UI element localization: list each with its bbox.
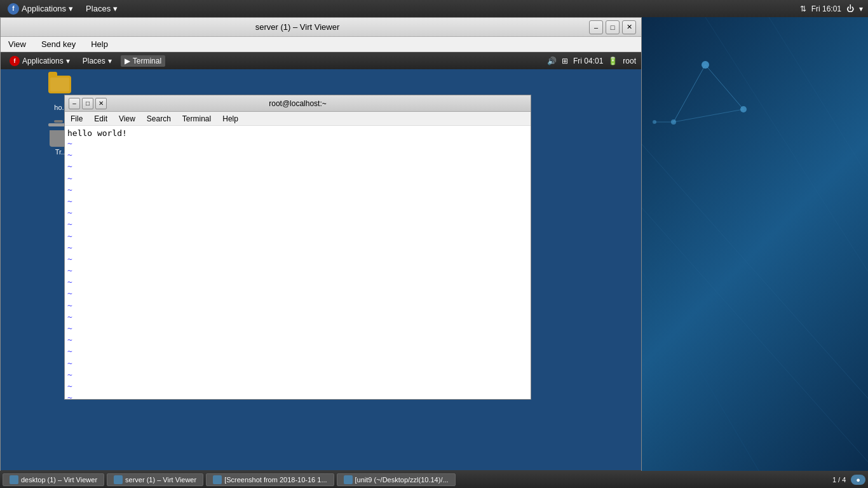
close-button[interactable]: ✕ [622,20,636,34]
maximize-button[interactable]: □ [606,20,620,34]
vm-battery-icon: 🔋 [608,57,618,65]
vm-desktop: ho... Tr... – □ [1,69,641,470]
vm-display-icon: ⊞ [562,57,568,65]
terminal-close[interactable]: ✕ [95,98,107,109]
svg-line-4 [705,65,743,109]
host-taskbar-left: f Applications ▾ Places ▾ [0,2,123,16]
host-bottom-items: desktop (1) – Virt Viewer server (1) – V… [3,473,456,486]
fedora-icon: f [8,3,19,15]
terminal-wm-buttons: – □ ✕ [69,98,107,109]
svg-line-10 [705,17,868,271]
screenshot-icon [213,475,222,484]
virt-viewer-title: server (1) – Virt Viewer [6,22,589,32]
terminal-icon: ▶ [125,57,130,65]
terminal-minimize[interactable]: – [69,98,80,109]
vm-places-menu[interactable]: Places ▾ [79,55,116,67]
right-panel [642,17,868,488]
vm-taskbar-top: f Applications ▾ Places ▾ ▶ Terminal 🔊 ⊞… [1,52,641,69]
host-taskbar-item-desktop-viewer[interactable]: desktop (1) – Virt Viewer [3,473,104,486]
unit9-label: [unit9 (~/Desktop/zzl(10.14)/... [355,476,449,484]
host-applications-label: Applications [22,4,66,13]
virt-viewer-window: server (1) – Virt Viewer – □ ✕ View Send… [0,17,642,488]
settings-icon: ▾ [859,4,863,13]
vm-fedora-icon: f [10,56,20,66]
virt-viewer-titlebar: server (1) – Virt Viewer – □ ✕ [1,18,641,37]
server-viewer-icon [114,475,123,484]
vm-taskbar-right: 🔊 ⊞ Fri 04:01 🔋 root [547,57,636,65]
host-taskbar-right: ⇅ Fri 16:01 ⏻ ▾ [800,4,868,13]
vm-terminal-label: Terminal [133,57,161,65]
vm-time: Fri 04:01 [573,57,603,65]
svg-line-9 [642,208,868,462]
places-arrow-icon: ▾ [113,4,118,13]
applications-arrow-icon: ▾ [69,4,73,13]
terminal-title: root@localhost:~ [107,99,489,108]
terminal-menu-file[interactable]: File [69,114,85,124]
svg-line-12 [642,271,769,488]
network-icon: ⇅ [800,4,806,13]
vm-sound-icon: 🔊 [547,57,557,65]
terminal-menu-edit[interactable]: Edit [92,114,109,124]
server-viewer-label: server (1) – Virt Viewer [125,476,196,484]
vm-area: f Applications ▾ Places ▾ ▶ Terminal 🔊 ⊞… [1,52,641,487]
desktop-viewer-label: desktop (1) – Virt Viewer [21,476,97,484]
host-pager-button[interactable]: ● [851,475,865,485]
svg-line-7 [674,109,743,122]
tilde-lines: ~ ~ ~ ~ ~ ~ ~ ~ ~ ~ ~ ~ ~ ~ ~ [67,138,528,399]
terminal-maximize[interactable]: □ [82,98,93,109]
vm-applications-label: Applications [22,57,64,65]
terminal-window: – □ ✕ root@localhost:~ File Edit View Se… [64,95,531,400]
desktop-viewer-icon [10,475,18,484]
vm-user-label: root [623,57,636,65]
vm-taskbar-left: f Applications ▾ Places ▾ ▶ Terminal [6,55,165,67]
menu-view[interactable]: View [6,38,29,50]
wm-buttons: – □ ✕ [589,20,636,34]
svg-line-11 [769,17,868,176]
terminal-menu-view[interactable]: View [117,114,137,124]
host-taskbar-bottom-right: 1 / 4 ● [832,475,865,485]
terminal-menu-terminal[interactable]: Terminal [180,114,213,124]
power-icon: ⏻ [846,4,854,13]
vm-places-arrow: ▾ [108,57,112,65]
terminal-menu-help[interactable]: Help [220,114,240,124]
terminal-menubar: File Edit View Search Terminal Help [65,112,531,126]
minimize-button[interactable]: – [589,20,603,34]
vm-places-label: Places [83,57,105,65]
svg-line-8 [642,144,868,398]
host-applications-menu[interactable]: f Applications ▾ [3,2,78,16]
unit9-icon [344,475,353,484]
host-taskbar-top: f Applications ▾ Places ▾ ⇅ Fri 16:01 ⏻ … [0,0,868,17]
decorative-lines [642,17,868,488]
terminal-body[interactable]: hello world! ~ ~ ~ ~ ~ ~ ~ ~ ~ ~ ~ ~ [65,126,531,399]
host-taskbar-item-unit9[interactable]: [unit9 (~/Desktop/zzl(10.14)/... [337,473,456,486]
host-taskbar-bottom: desktop (1) – Virt Viewer server (1) – V… [0,471,868,488]
host-places-label: Places [86,4,111,13]
vm-applications-menu[interactable]: f Applications ▾ [6,55,74,67]
terminal-menu-search[interactable]: Search [145,114,173,124]
host-pager-text: 1 / 4 [832,476,846,484]
virt-viewer-menubar: View Send key Help [1,37,641,52]
host-time: Fri 16:01 [811,4,841,13]
screenshot-label: [Screenshot from 2018-10-16 1... [224,476,327,484]
host-taskbar-item-screenshot[interactable]: [Screenshot from 2018-10-16 1... [206,473,334,486]
vm-applications-arrow: ▾ [66,57,70,65]
terminal-titlebar: – □ ✕ root@localhost:~ [65,95,531,112]
menu-help[interactable]: Help [88,38,111,50]
host-taskbar-item-server-viewer[interactable]: server (1) – Virt Viewer [107,473,203,486]
terminal-output: hello world! [67,128,528,138]
vm-terminal-button[interactable]: ▶ Terminal [121,55,165,67]
menu-sendkey[interactable]: Send key [39,38,78,50]
svg-line-5 [674,65,705,122]
host-places-menu[interactable]: Places ▾ [81,3,123,15]
